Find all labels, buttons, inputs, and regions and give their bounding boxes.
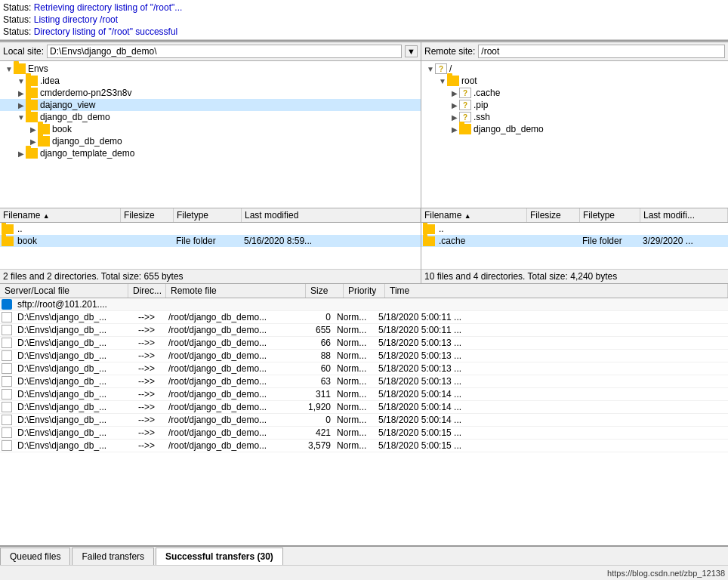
tree-toggle-envs[interactable]: ▼ xyxy=(5,65,14,73)
tree-toggle-cmderdemo[interactable]: ▶ xyxy=(17,89,26,97)
transfer-direction: -->> xyxy=(128,338,165,348)
transfer-checkbox[interactable] xyxy=(2,427,12,438)
transfer-row[interactable]: D:\Envs\django_db_... -->> /root/django_… xyxy=(0,350,728,362)
remote-col-filetype[interactable]: Filetype xyxy=(580,208,640,222)
tab-successful[interactable]: Successful transfers (30) xyxy=(156,548,283,566)
remote-site-input[interactable] xyxy=(478,45,725,58)
remote-file-modified-cache: 3/29/2020 ... xyxy=(641,236,726,246)
transfer-local: D:\Envs\django_db_... xyxy=(14,376,128,387)
transfer-checkbox[interactable] xyxy=(2,350,12,361)
transfer-checkbox[interactable] xyxy=(2,312,12,322)
remote-file-row-parent[interactable]: .. xyxy=(421,223,728,235)
remote-file-list[interactable]: .. .cache File folder 3/29/2020 ... xyxy=(421,223,728,269)
transfer-checkbox[interactable] xyxy=(2,415,12,425)
tree-item-pip[interactable]: ▶ ? .pip xyxy=(421,99,728,111)
transfer-row[interactable]: D:\Envs\django_db_... -->> /root/django_… xyxy=(0,337,728,350)
transfer-col-time: Time xyxy=(385,284,728,298)
local-file-row-book[interactable]: book File folder 5/16/2020 8:59... xyxy=(0,235,421,247)
folder-icon-book xyxy=(38,124,50,134)
remote-col-filesize[interactable]: Filesize xyxy=(527,208,580,222)
tree-item-remote-django[interactable]: ▶ django_db_demo xyxy=(421,123,728,135)
question-icon-ssh: ? xyxy=(459,112,471,122)
folder-icon-parent-local xyxy=(2,224,14,234)
local-site-dropdown[interactable]: ▼ xyxy=(405,45,418,57)
local-col-filesize[interactable]: Filesize xyxy=(121,208,174,222)
transfer-col-server: Server/Local file xyxy=(0,284,128,298)
tree-toggle-book[interactable]: ▶ xyxy=(29,125,38,134)
remote-col-filename[interactable]: Filename ▲ xyxy=(421,208,527,222)
remote-tree[interactable]: ▼ ? / ▼ root ▶ ? .cache ▶ ? .pip xyxy=(421,61,728,208)
tree-item-cmderdemo[interactable]: ▶ cmderdemo-pn2S3n8v xyxy=(0,87,421,99)
transfer-time: 5/18/2020 5:00:13 ... xyxy=(375,363,726,374)
status-line-1: Status: Retrieving directory listing of … xyxy=(3,2,725,14)
tree-item-ssh[interactable]: ▶ ? .ssh xyxy=(421,111,728,123)
tree-item-django-db-demo[interactable]: ▼ django_db_demo xyxy=(0,111,421,123)
transfer-remote: /root/django_db_demo... xyxy=(165,415,300,425)
local-col-filetype[interactable]: Filetype xyxy=(174,208,242,222)
transfer-body[interactable]: sftp://root@101.201.... D:\Envs\django_d… xyxy=(0,298,728,545)
transfer-remote: /root/django_db_demo... xyxy=(165,325,300,335)
local-site-input[interactable] xyxy=(47,45,402,58)
tree-item-django-db-demo2[interactable]: ▶ django_db_demo xyxy=(0,135,421,147)
tree-toggle-pip[interactable]: ▶ xyxy=(450,101,459,110)
tree-toggle-django-db-demo2[interactable]: ▶ xyxy=(29,137,38,146)
tree-label-pip: .pip xyxy=(474,100,488,110)
tree-toggle-cache[interactable]: ▶ xyxy=(450,89,459,97)
transfer-checkbox[interactable] xyxy=(2,440,12,451)
transfer-row[interactable]: D:\Envs\django_db_... -->> /root/django_… xyxy=(0,388,728,401)
transfer-row[interactable]: D:\Envs\django_db_... -->> /root/django_… xyxy=(0,440,728,452)
transfer-row[interactable]: D:\Envs\django_db_... -->> /root/django_… xyxy=(0,324,728,337)
transfer-checkbox[interactable] xyxy=(2,338,12,348)
transfer-checkbox[interactable] xyxy=(2,402,12,412)
transfer-time: 5/18/2020 5:00:11 ... xyxy=(375,312,726,322)
local-col-modified[interactable]: Last modified xyxy=(242,208,421,222)
tree-toggle-dajango[interactable]: ▶ xyxy=(17,101,26,110)
local-file-row-parent[interactable]: .. xyxy=(0,223,421,235)
transfer-checkbox[interactable] xyxy=(2,389,12,400)
tree-toggle-idea[interactable]: ▼ xyxy=(17,77,26,85)
remote-file-row-cache[interactable]: .cache File folder 3/29/2020 ... xyxy=(421,235,728,247)
transfer-row[interactable]: D:\Envs\django_db_... -->> /root/django_… xyxy=(0,375,728,388)
transfer-row[interactable]: D:\Envs\django_db_... -->> /root/django_… xyxy=(0,401,728,414)
transfer-row[interactable]: D:\Envs\django_db_... -->> /root/django_… xyxy=(0,427,728,440)
transfer-checkbox[interactable] xyxy=(2,363,12,374)
remote-col-modified[interactable]: Last modifi... xyxy=(640,208,728,222)
tree-toggle-ssh[interactable]: ▶ xyxy=(450,113,459,122)
transfer-checkbox[interactable] xyxy=(2,325,12,335)
tab-failed[interactable]: Failed transfers xyxy=(72,548,154,565)
transfer-direction: -->> xyxy=(128,312,165,322)
tree-toggle-slash[interactable]: ▼ xyxy=(426,65,435,73)
tree-item-envs[interactable]: ▼ Envs xyxy=(0,63,421,75)
transfer-size: 311 xyxy=(300,389,334,400)
local-site-label: Local site: xyxy=(3,46,44,57)
tab-queued[interactable]: Queued files xyxy=(0,548,70,565)
tree-item-slash[interactable]: ▼ ? / xyxy=(421,63,728,75)
tree-item-book[interactable]: ▶ book xyxy=(0,123,421,135)
tree-toggle-root[interactable]: ▼ xyxy=(438,77,447,85)
tree-item-cache[interactable]: ▶ ? .cache xyxy=(421,87,728,99)
tree-item-root[interactable]: ▼ root xyxy=(421,75,728,87)
local-file-list[interactable]: .. book File folder 5/16/2020 8:59... xyxy=(0,223,421,269)
transfer-checkbox[interactable] xyxy=(2,376,12,387)
transfer-col-remote: Remote file xyxy=(166,284,306,298)
tree-item-django-template[interactable]: ▶ django_template_demo xyxy=(0,147,421,159)
tree-toggle-django-template[interactable]: ▶ xyxy=(17,150,26,158)
tree-toggle-remote-django[interactable]: ▶ xyxy=(450,125,459,134)
transfer-time: 5/18/2020 5:00:15 ... xyxy=(375,440,726,451)
transfer-row[interactable]: D:\Envs\django_db_... -->> /root/django_… xyxy=(0,414,728,427)
transfer-row[interactable]: D:\Envs\django_db_... -->> /root/django_… xyxy=(0,311,728,324)
transfer-row[interactable]: D:\Envs\django_db_... -->> /root/django_… xyxy=(0,362,728,375)
tree-item-idea[interactable]: ▼ .idea xyxy=(0,75,421,87)
transfer-server-row[interactable]: sftp://root@101.201.... xyxy=(0,298,728,311)
transfer-col-size: Size xyxy=(306,284,344,298)
transfer-direction: -->> xyxy=(128,427,165,438)
local-col-filename[interactable]: Filename ▲ xyxy=(0,208,121,222)
folder-icon-book-file xyxy=(2,236,14,246)
local-tree[interactable]: ▼ Envs ▼ .idea ▶ cmderdemo-pn2S3n8v ▶ d xyxy=(0,61,421,208)
transfer-time: 5/18/2020 5:00:15 ... xyxy=(375,427,726,438)
tree-toggle-django-db-demo[interactable]: ▼ xyxy=(17,113,26,122)
tree-item-dajango[interactable]: ▶ dajango_view xyxy=(0,99,421,111)
tree-label-book: book xyxy=(52,124,72,134)
transfer-local: D:\Envs\django_db_... xyxy=(14,363,128,374)
tree-label-ssh: .ssh xyxy=(474,112,490,122)
